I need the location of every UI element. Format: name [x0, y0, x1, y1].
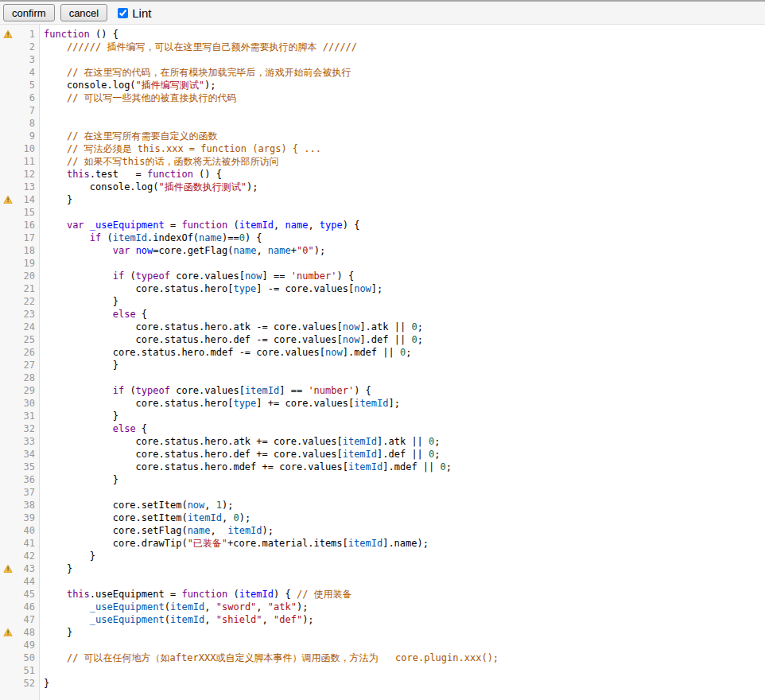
code-line[interactable]: 20 if (typeof core.values[now] == 'numbe… — [0, 270, 765, 282]
line-number: 4 — [14, 66, 40, 79]
code-line[interactable]: 23 else { — [0, 308, 765, 321]
line-number: 40 — [14, 524, 40, 537]
code-line[interactable]: 5 console.log("插件编写测试"); — [0, 79, 765, 91]
code-line[interactable]: 28 — [0, 371, 765, 384]
code-line[interactable]: 39 core.setItem(itemId, 0); — [0, 511, 765, 524]
code-line[interactable]: 25 core.status.hero.def -= core.values[n… — [0, 333, 765, 346]
code-line[interactable]: 18 var now=core.getFlag(name, name+"0"); — [0, 244, 765, 257]
code-text: } — [40, 295, 765, 308]
code-line[interactable]: 34 core.status.hero.def += core.values[i… — [0, 448, 765, 461]
code-text: var _useEquipment = function (itemId, na… — [40, 219, 765, 231]
line-number: 15 — [14, 206, 40, 219]
code-text: console.log("插件函数执行测试"); — [40, 181, 765, 193]
marker-cell — [0, 575, 14, 588]
code-line[interactable]: 9 // 在这里写所有需要自定义的函数 — [0, 130, 765, 142]
code-line[interactable]: 27 } — [0, 359, 765, 371]
marker-cell — [0, 295, 14, 308]
line-number: 29 — [14, 384, 40, 397]
line-number: 22 — [14, 295, 40, 308]
code-line[interactable]: 49 — [0, 639, 765, 651]
code-line[interactable]: !48 } — [0, 626, 765, 639]
code-text — [40, 639, 765, 651]
code-text: } — [40, 550, 765, 562]
code-line[interactable]: 6 // 可以写一些其他的被直接执行的代码 — [0, 91, 765, 104]
line-number: 31 — [14, 410, 40, 422]
lint-checkbox[interactable] — [118, 8, 128, 18]
code-text: this.useEquipment = function (itemId) { … — [40, 588, 765, 601]
marker-cell — [0, 346, 14, 359]
code-line[interactable]: 24 core.status.hero.atk -= core.values[n… — [0, 321, 765, 333]
code-line[interactable]: 42 } — [0, 550, 765, 562]
marker-cell — [0, 333, 14, 346]
line-number: 16 — [14, 219, 40, 231]
code-line[interactable]: 19 — [0, 257, 765, 270]
line-number: 1 — [14, 28, 40, 41]
code-line[interactable]: 44 — [0, 575, 765, 588]
marker-cell — [0, 41, 14, 53]
code-line[interactable]: 2 ////// 插件编写，可以在这里写自己额外需要执行的脚本 ////// — [0, 41, 765, 53]
code-line[interactable]: 7 — [0, 104, 765, 117]
line-number: 24 — [14, 321, 40, 333]
marker-cell — [0, 524, 14, 537]
code-text: } — [40, 677, 765, 690]
code-text: core.setItem(now, 1); — [40, 499, 765, 511]
code-line[interactable]: 3 — [0, 53, 765, 66]
code-text: console.log("插件编写测试"); — [40, 79, 765, 91]
code-line[interactable]: 36 } — [0, 473, 765, 486]
confirm-button[interactable]: confirm — [3, 4, 55, 21]
code-text — [40, 575, 765, 588]
lint-marker-cell: ! — [0, 562, 14, 575]
code-line[interactable]: 41 core.drawTip("已装备"+core.material.item… — [0, 537, 765, 550]
code-text: core.status.hero.mdef -= core.values[now… — [40, 346, 765, 359]
code-line[interactable]: 45 this.useEquipment = function (itemId)… — [0, 588, 765, 601]
code-line[interactable]: 37 — [0, 486, 765, 499]
code-line[interactable]: 21 core.status.hero[type] -= core.values… — [0, 282, 765, 295]
line-number: 9 — [14, 130, 40, 142]
marker-cell — [0, 231, 14, 244]
code-line[interactable]: 47 _useEquipment(itemId, "shield", "def"… — [0, 613, 765, 626]
code-line[interactable]: 13 console.log("插件函数执行测试"); — [0, 181, 765, 193]
code-line[interactable]: 30 core.status.hero[type] += core.values… — [0, 397, 765, 410]
code-line[interactable]: 40 core.setFlag(name, itemId); — [0, 524, 765, 537]
code-text: _useEquipment(itemId, "sword", "atk"); — [40, 601, 765, 613]
code-line[interactable]: 16 var _useEquipment = function (itemId,… — [0, 219, 765, 231]
marker-cell — [0, 473, 14, 486]
code-line[interactable]: 32 else { — [0, 422, 765, 435]
code-line[interactable]: 10 // 写法必须是 this.xxx = function (args) {… — [0, 142, 765, 155]
code-line[interactable]: 51 — [0, 664, 765, 677]
code-line[interactable]: 15 — [0, 206, 765, 219]
line-number: 34 — [14, 448, 40, 461]
marker-cell — [0, 651, 14, 664]
marker-cell — [0, 321, 14, 333]
code-line[interactable]: 4 // 在这里写的代码，在所有模块加载完毕后，游戏开始前会被执行 — [0, 66, 765, 79]
code-line[interactable]: 35 core.status.hero.mdef += core.values[… — [0, 461, 765, 473]
code-line[interactable]: 8 — [0, 117, 765, 130]
code-editor[interactable]: !1function () {2 ////// 插件编写，可以在这里写自己额外需… — [0, 25, 765, 700]
lint-warning-icon: ! — [3, 29, 13, 39]
code-text: core.status.hero[type] += core.values[it… — [40, 397, 765, 410]
marker-cell — [0, 588, 14, 601]
marker-cell — [0, 168, 14, 181]
code-line[interactable]: !43 } — [0, 562, 765, 575]
line-number: 52 — [14, 677, 40, 690]
lint-marker-cell: ! — [0, 626, 14, 639]
code-line[interactable]: 22 } — [0, 295, 765, 308]
code-text: // 在这里写的代码，在所有模块加载完毕后，游戏开始前会被执行 — [40, 66, 765, 79]
code-line[interactable]: !1function () { — [0, 28, 765, 41]
line-number: 33 — [14, 435, 40, 448]
code-line[interactable]: 12 this.test = function () { — [0, 168, 765, 181]
cancel-button[interactable]: cancel — [60, 4, 108, 21]
code-line[interactable]: 33 core.status.hero.atk += core.values[i… — [0, 435, 765, 448]
code-line[interactable]: 17 if (itemId.indexOf(name)==0) { — [0, 231, 765, 244]
code-line[interactable]: 11 // 如果不写this的话，函数将无法被外部所访问 — [0, 155, 765, 168]
code-line[interactable]: 26 core.status.hero.mdef -= core.values[… — [0, 346, 765, 359]
marker-cell — [0, 53, 14, 66]
marker-cell — [0, 384, 14, 397]
code-line[interactable]: 52} — [0, 677, 765, 690]
code-line[interactable]: !14 } — [0, 193, 765, 206]
code-line[interactable]: 46 _useEquipment(itemId, "sword", "atk")… — [0, 601, 765, 613]
code-line[interactable]: 31 } — [0, 410, 765, 422]
code-line[interactable]: 38 core.setItem(now, 1); — [0, 499, 765, 511]
code-line[interactable]: 29 if (typeof core.values[itemId] == 'nu… — [0, 384, 765, 397]
code-line[interactable]: 50 // 可以在任何地方（如afterXXX或自定义脚本事件）调用函数，方法为… — [0, 651, 765, 664]
